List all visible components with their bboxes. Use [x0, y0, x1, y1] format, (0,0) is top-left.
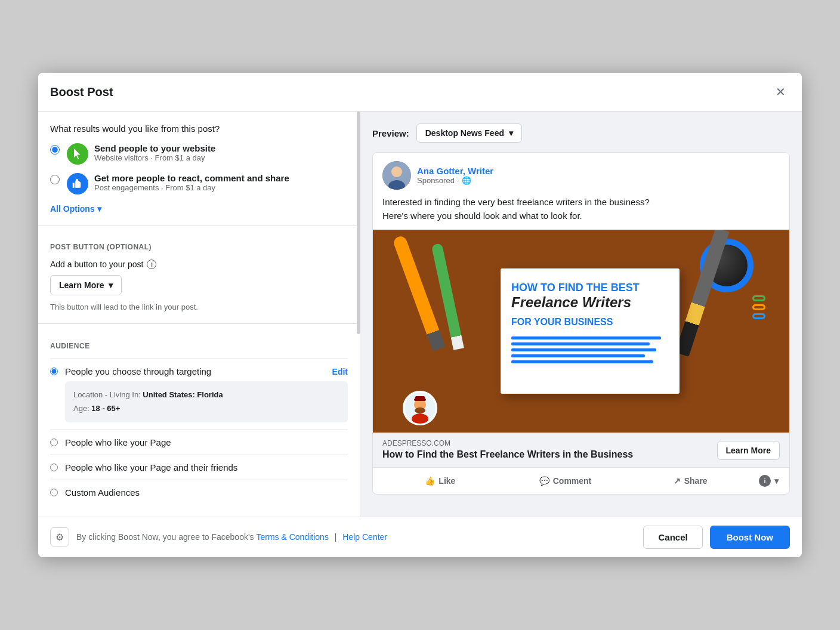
option-engagement-text: Get more people to react, comment and sh…	[94, 173, 348, 192]
audience-option-page-likes-friends[interactable]: People who like your Page and their frie…	[50, 455, 348, 480]
avatar	[382, 161, 411, 190]
svg-point-7	[415, 407, 425, 413]
avatar-image	[382, 161, 411, 190]
link-domain: ADESPRESSO.COM	[382, 439, 710, 447]
modal-body: What results would you like from this po…	[38, 112, 802, 516]
option-send-website-radio[interactable]	[50, 145, 60, 155]
right-panel: Preview: Desktop News Feed ▾	[360, 112, 802, 516]
post-header: Ana Gotter, Writer Sponsored · 🌐	[373, 153, 789, 196]
post-author-name[interactable]: Ana Gotter, Writer	[417, 166, 493, 176]
post-image: HOW TO FIND THE BEST Freelance Writers F…	[373, 230, 789, 433]
gear-icon[interactable]: ⚙	[50, 527, 69, 546]
cursor-icon	[67, 143, 88, 165]
all-options-link[interactable]: All Options ▾	[50, 204, 101, 214]
help-center-link[interactable]: Help Center	[342, 532, 387, 542]
button-hint: This button will lead to the link in you…	[50, 302, 348, 311]
modal-footer: ⚙ By clicking Boost Now, you agree to Fa…	[38, 517, 802, 557]
option-send-website-subtitle: Website visitors · From $1 a day	[94, 153, 348, 162]
post-author-info: Ana Gotter, Writer Sponsored · 🌐	[417, 166, 493, 185]
close-icon: ✕	[776, 85, 786, 99]
audience-custom-label: Custom Audiences	[65, 487, 140, 498]
like-icon: 👍	[425, 476, 435, 486]
close-button[interactable]: ✕	[771, 82, 790, 101]
like-button[interactable]: 👍 Like	[378, 471, 503, 490]
option-engagement-radio[interactable]	[50, 175, 60, 184]
paper-line-5	[511, 360, 653, 363]
audience-edit-link[interactable]: Edit	[332, 367, 348, 376]
globe-icon-symbol: 🌐	[462, 176, 471, 185]
globe-icon: ·	[457, 176, 459, 185]
audience-page-likes-friends-radio[interactable]	[50, 464, 58, 471]
button-type-dropdown[interactable]: Learn More ▾	[50, 275, 122, 295]
preview-option-label: Desktop News Feed	[425, 128, 504, 138]
paper-card: HOW TO FIND THE BEST Freelance Writers F…	[501, 268, 680, 394]
comment-button[interactable]: 💬 Comment	[503, 471, 628, 490]
modal-header: Boost Post ✕	[38, 73, 802, 112]
audience-option-custom[interactable]: Custom Audiences	[50, 480, 348, 505]
button-type-label: Learn More	[59, 280, 104, 290]
audience-age-value: 18 - 65+	[91, 404, 120, 413]
paper-line-3	[511, 348, 656, 351]
option-engagement-title: Get more people to react, comment and sh…	[94, 173, 348, 183]
comment-icon: 💬	[539, 476, 549, 486]
preview-label: Preview:	[372, 128, 409, 138]
share-label: Share	[684, 476, 708, 486]
post-link-bar: ADESPRESSO.COM How to Find the Best Free…	[373, 433, 789, 467]
paper-line-1	[511, 336, 661, 339]
footer-text: By clicking Boost Now, you agree to Face…	[76, 532, 643, 542]
post-actions: 👍 Like 💬 Comment ↗ Share i ▾	[373, 467, 789, 494]
option-send-website[interactable]: Send people to your website Website visi…	[50, 143, 348, 165]
audience-option-targeting[interactable]: People you choose through targeting Edit…	[50, 359, 348, 429]
post-meta: Sponsored · 🌐	[417, 176, 493, 185]
all-options-label: All Options	[50, 204, 95, 214]
privacy-icon: i	[759, 475, 771, 487]
audience-targeting-details: Location - Living In: United States: Flo…	[65, 381, 348, 422]
modal-title: Boost Post	[50, 85, 113, 99]
preview-dropdown[interactable]: Desktop News Feed ▾	[416, 123, 522, 143]
paper-title-line1: HOW TO FIND THE BEST	[511, 282, 669, 295]
paper-title-line3: FOR YOUR BUSINESS	[511, 316, 669, 328]
terms-conditions-link[interactable]: Terms & Conditions	[257, 532, 329, 542]
audience-custom-radio[interactable]	[50, 489, 58, 496]
privacy-button[interactable]: i ▾	[753, 470, 785, 492]
link-info: ADESPRESSO.COM How to Find the Best Free…	[382, 439, 710, 461]
post-body-line2: Here's where you should look and what to…	[382, 209, 780, 223]
footer-divider: |	[335, 532, 337, 542]
learn-more-button[interactable]: Learn More	[717, 441, 780, 460]
info-icon[interactable]: i	[147, 260, 156, 269]
audience-age: Age: 18 - 65+	[73, 402, 339, 415]
like-label: Like	[438, 476, 455, 486]
mascot	[403, 391, 437, 425]
paper-title-line2: Freelance Writers	[511, 295, 669, 310]
option-send-website-title: Send people to your website	[94, 143, 348, 153]
paperclip-1	[752, 295, 765, 301]
audience-page-likes-label: People who like your Page	[65, 437, 171, 447]
audience-page-likes-radio[interactable]	[50, 438, 58, 446]
comment-label: Comment	[553, 476, 592, 486]
paperclips	[752, 295, 765, 319]
chevron-down-privacy-icon: ▾	[774, 476, 779, 486]
audience-targeting-label: People you choose through targeting	[65, 366, 211, 376]
audience-option-page-likes[interactable]: People who like your Page	[50, 430, 348, 455]
audience-location: Location - Living In: United States: Flo…	[73, 388, 339, 402]
audience-section-title: AUDIENCE	[50, 333, 348, 359]
left-panel: What results would you like from this po…	[38, 112, 360, 516]
section-divider-post-button	[38, 226, 360, 226]
boost-now-button[interactable]: Boost Now	[710, 526, 790, 549]
option-get-engagement[interactable]: Get more people to react, comment and sh…	[50, 173, 348, 194]
scrollbar-thumb	[357, 112, 360, 334]
post-body-line1: Interested in finding the very best free…	[382, 196, 780, 209]
chevron-down-preview-icon: ▾	[509, 128, 513, 138]
footer-actions: Cancel Boost Now	[643, 526, 790, 549]
share-icon: ↗	[674, 476, 681, 486]
cancel-button[interactable]: Cancel	[643, 526, 702, 549]
chevron-down-icon-btn: ▾	[109, 280, 113, 290]
option-engagement-subtitle: Post engagements · From $1 a day	[94, 183, 348, 192]
boost-post-modal: Boost Post ✕ What results would you like…	[38, 73, 802, 557]
audience-targeting-radio[interactable]	[50, 368, 58, 375]
question-text: What results would you like from this po…	[50, 123, 348, 134]
post-body-text: Interested in finding the very best free…	[373, 196, 789, 230]
paper-lines	[511, 336, 669, 363]
share-button[interactable]: ↗ Share	[628, 471, 753, 490]
thumbsup-icon	[67, 173, 88, 194]
